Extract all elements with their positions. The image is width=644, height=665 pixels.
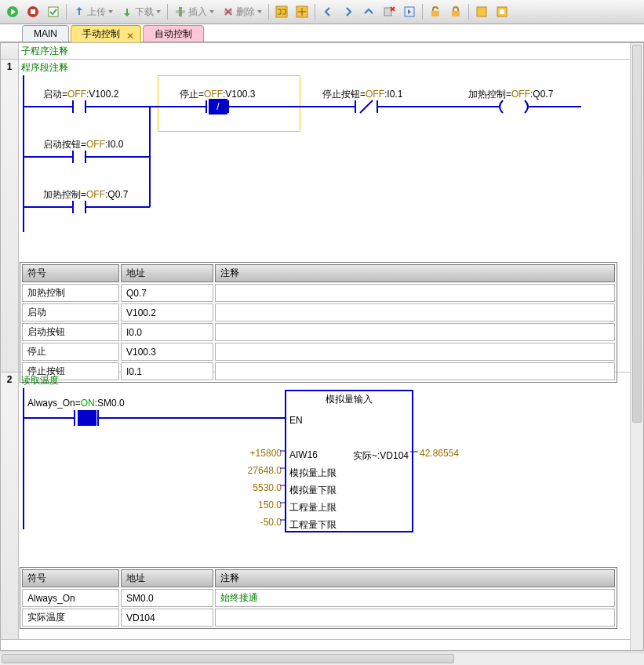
upload-button[interactable]: 上传 <box>70 3 116 20</box>
ladder-canvas[interactable]: 子程序注释 1 程序段注释 启动=OFF:V100.2 停止=OFF:V100.… <box>1 43 631 650</box>
separator <box>66 4 67 20</box>
lock-closed-button[interactable] <box>446 3 465 20</box>
network-2: 2 读取温度 Always_On=ON:SM0.0 模拟量输入 EN AIW16… <box>1 372 631 640</box>
fb-pin-out: 实际~:VD104 <box>353 449 409 463</box>
delete-button[interactable]: 删除 <box>219 3 265 20</box>
network-number: 2 <box>1 372 19 639</box>
table-row[interactable]: 启动V100.2 <box>22 303 615 322</box>
fb-value: -50.0 <box>241 517 282 528</box>
fb-value: +15800 <box>246 448 282 459</box>
insert-button[interactable]: 插入 <box>171 3 217 20</box>
svg-rect-20 <box>500 9 504 14</box>
run-button[interactable] <box>3 3 22 20</box>
tab-auto[interactable]: 自动控制 <box>143 25 204 42</box>
horizontal-scrollbar[interactable] <box>0 652 644 665</box>
separator <box>315 4 315 20</box>
col-symbol: 符号 <box>22 569 119 587</box>
download-button[interactable]: 下载 <box>118 3 164 20</box>
lock-open-button[interactable] <box>426 3 445 20</box>
fb-pin: 模拟量上限 <box>289 467 337 480</box>
contact-no-icon[interactable] <box>24 149 150 165</box>
tab-strip: MAIN 手动控制✕ 自动控制 <box>0 24 644 42</box>
compile-button[interactable] <box>44 3 63 20</box>
fb-pin: 工程量上限 <box>289 501 337 514</box>
svg-rect-4 <box>49 7 58 16</box>
svg-rect-18 <box>477 7 486 16</box>
fb-title: 模拟量输入 <box>286 391 412 408</box>
symbol-table[interactable]: 符号地址注释 Always_OnSM0.0始终接通 实际温度VD104 <box>20 567 617 629</box>
network-title: 程序段注释 <box>21 61 68 74</box>
separator <box>268 4 269 20</box>
editor-shell: 子程序注释 1 程序段注释 启动=OFF:V100.2 停止=OFF:V100.… <box>0 42 644 651</box>
network-title: 读取温度 <box>21 374 59 387</box>
bookmark2-button[interactable] <box>493 3 511 20</box>
upload-label: 上传 <box>87 5 106 19</box>
delete-label: 删除 <box>236 5 255 19</box>
col-symbol: 符号 <box>22 264 119 282</box>
col-comment: 注释 <box>215 569 615 587</box>
svg-rect-12 <box>384 8 391 16</box>
tab-manual-label: 手动控制 <box>82 28 120 39</box>
fb-value: 150.0 <box>241 500 282 511</box>
tool-branch-b[interactable] <box>293 3 311 20</box>
scrollbar-thumb[interactable] <box>632 45 642 423</box>
tab-manual[interactable]: 手动控制✕ <box>71 25 141 42</box>
nav-up-button[interactable] <box>359 3 378 20</box>
subroutine-comment: 子程序注释 <box>21 45 68 58</box>
insert-label: 插入 <box>188 5 207 19</box>
coil-icon[interactable] <box>448 99 581 114</box>
nav-right-button[interactable] <box>339 3 358 20</box>
svg-line-31 <box>360 100 373 113</box>
col-comment: 注释 <box>215 264 615 282</box>
svg-rect-6 <box>179 7 182 16</box>
network-number: 1 <box>1 60 19 372</box>
nav-right2-button[interactable] <box>400 3 419 20</box>
contact-no-icon[interactable] <box>24 99 150 114</box>
contact-closed-icon[interactable] <box>24 409 285 427</box>
close-icon[interactable]: ✕ <box>126 28 136 38</box>
table-row[interactable]: Always_OnSM0.0始终接通 <box>22 589 615 607</box>
symbol-table[interactable]: 符号地址注释 加热控制Q0.7 启动V100.2 启动按钮I0.0 停止V100… <box>20 262 617 383</box>
svg-rect-16 <box>431 11 439 16</box>
stop-button[interactable] <box>24 3 42 20</box>
network-1: 1 程序段注释 启动=OFF:V100.2 停止=OFF:V100.3 / 停止… <box>1 60 631 372</box>
vertical-scrollbar[interactable] <box>630 43 643 650</box>
tab-main[interactable]: MAIN <box>22 25 69 42</box>
contact-state-icon <box>78 410 96 426</box>
separator <box>468 4 469 20</box>
bookmark-button[interactable] <box>472 3 491 20</box>
separator <box>422 4 423 20</box>
table-row[interactable]: 启动按钮I0.0 <box>22 323 615 341</box>
nc-slash-icon: / <box>209 99 227 114</box>
fb-out-value: 42.86554 <box>420 448 459 459</box>
contact-no-icon[interactable] <box>24 199 150 215</box>
fb-value: 27648.0 <box>241 465 282 476</box>
scrollbar-thumb[interactable] <box>2 654 454 663</box>
function-block[interactable]: 模拟量输入 EN AIW16 模拟量上限 模拟量下限 工程量上限 工程量下限 实… <box>285 390 413 532</box>
table-row[interactable]: 实际温度VD104 <box>22 609 615 627</box>
svg-rect-3 <box>31 9 35 14</box>
col-address: 地址 <box>121 264 213 282</box>
main-toolbar: 上传 下载 插入 删除 <box>0 0 644 24</box>
col-address: 地址 <box>121 569 213 587</box>
download-label: 下载 <box>135 5 154 19</box>
table-row[interactable]: 停止V100.3 <box>22 343 615 361</box>
tool-branch-a[interactable] <box>272 3 291 20</box>
fb-value: 5530.0 <box>241 482 282 493</box>
fb-pin-en: EN <box>289 415 303 426</box>
nav-left-button[interactable] <box>318 3 337 20</box>
subroutine-comment-row: 子程序注释 <box>1 43 631 60</box>
nav-delete-button[interactable] <box>380 3 398 20</box>
contact-label: Always_On=ON:SM0.0 <box>27 398 125 409</box>
contact-nc-icon[interactable] <box>299 99 448 114</box>
fb-pin: 模拟量下限 <box>289 484 337 497</box>
separator <box>167 4 168 20</box>
svg-rect-17 <box>452 11 460 16</box>
fb-pin: AIW16 <box>289 449 318 460</box>
fb-pin: 工程量下限 <box>289 518 337 532</box>
table-row[interactable]: 加热控制Q0.7 <box>22 284 615 302</box>
